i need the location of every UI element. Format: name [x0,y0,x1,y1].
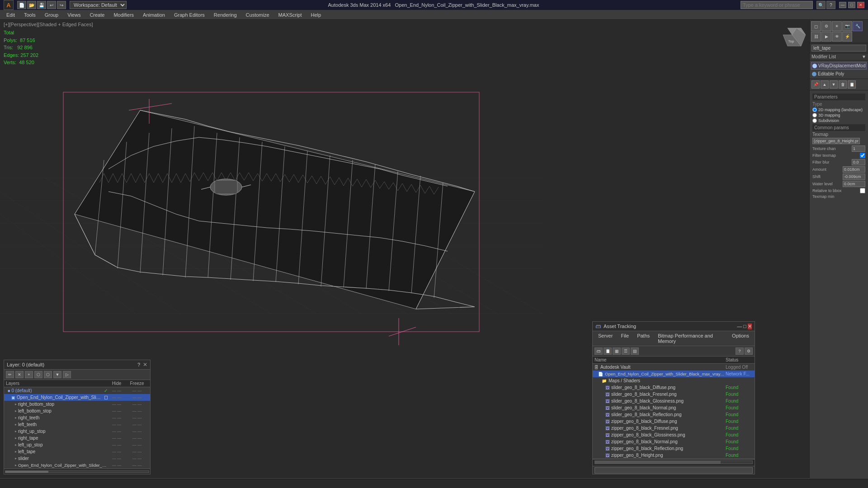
create-shape-btn[interactable]: ⚙ [821,21,831,31]
menu-graph-editors[interactable]: Graph Editors [170,11,209,19]
texmap-input[interactable]: (zipper_geo_8_Height.png) [812,138,860,144]
amount-input[interactable]: 0.018cm [843,166,865,173]
menu-views[interactable]: Views [63,11,85,19]
layer-link-btn[interactable]: ⬡ [34,371,42,378]
menu-maxscript[interactable]: MAXScript [274,11,307,19]
object-name-input[interactable]: left_tape [811,45,866,52]
asset-row[interactable]: 🖼 zipper_geo_8_black_Normal.png Found [593,438,755,445]
create-camera-btn[interactable]: 📷 [842,21,852,31]
menu-customize[interactable]: Customize [241,11,274,19]
asset-min-btn[interactable]: — [737,324,742,329]
undo-btn[interactable]: ↩ [47,1,56,9]
menu-group[interactable]: Group [40,11,63,19]
layers-scrollbar[interactable] [4,469,150,474]
menu-tools[interactable]: Tools [19,11,40,19]
modifier-item-editable-poly[interactable]: Editable Poly [811,70,867,77]
asset-btn-2[interactable]: 📋 [604,347,612,355]
asset-row[interactable]: 📄 Open_End_Nylon_Coil_Zipper_with_Slider… [593,371,755,377]
mod-down-btn[interactable]: ▼ [830,80,838,89]
viewport[interactable]: [+][Perspective][Shaded + Edged Faces] T… [0,20,809,478]
type-3d-row[interactable]: 3D mapping [812,113,865,117]
layer-row[interactable]: ■ 0 (default) ✓ — — — — [4,387,150,394]
asset-row[interactable]: 🖼 zipper_geo_8_black_Glossiness.png Foun… [593,432,755,438]
create-geometry-btn[interactable]: ◻ [811,21,821,31]
layer-row[interactable]: ▸left_tape — — — — [4,448,150,455]
menu-rendering[interactable]: Rendering [209,11,241,19]
create-light-btn[interactable]: ☀ [832,21,842,31]
layer-row[interactable]: ▸slider — — — — [4,455,150,462]
asset-btn-4[interactable]: ☰ [622,347,630,355]
asset-row[interactable]: 🖼 slider_geo_8_black_Fresnel.png Found [593,391,755,398]
workspace-dropdown[interactable]: Workspace: Default [70,1,127,9]
asset-settings-btn[interactable]: ⚙ [745,347,753,355]
save-btn[interactable]: 💾 [37,1,46,9]
hierarchy-btn[interactable]: ⛓ [811,32,821,42]
filter-texmap-checkbox[interactable] [860,153,865,158]
search-input[interactable] [741,1,813,9]
asset-scrollbar[interactable] [593,459,755,466]
layer-edit-btn[interactable]: ✏ [6,371,14,378]
asset-row[interactable]: 🖼 zipper_geo_8_black_Reflection.png Foun… [593,445,755,452]
layers-help-btn[interactable]: ? [137,362,140,367]
mod-delete-btn[interactable]: 🗑 [839,80,847,89]
modify-btn[interactable]: 🔧 [853,21,863,31]
modifier-list-arrow[interactable]: ▼ [862,54,866,59]
asset-max-btn[interactable]: □ [743,324,746,329]
type-2d-radio[interactable] [812,108,817,112]
layer-unlink-btn[interactable]: ⬡ [44,371,52,378]
asset-row[interactable]: 📁 Maps / Shaders [593,377,755,384]
layer-obj-btn[interactable]: ▷ [63,371,71,378]
asset-menu-file[interactable]: File [617,332,632,345]
type-subdiv-radio[interactable] [812,118,817,123]
asset-btn-5[interactable]: ▤ [631,347,639,355]
redo-btn[interactable]: ↪ [57,1,66,9]
menu-help[interactable]: Help [307,11,326,19]
mod-pin-btn[interactable]: 📌 [811,80,820,89]
layer-add-btn[interactable]: + [25,371,33,378]
close-btn[interactable]: ✕ [857,2,864,8]
open-btn[interactable]: 📂 [27,1,36,9]
maximize-btn[interactable]: □ [848,2,855,8]
texture-chan-input[interactable]: 1 [852,145,865,152]
shift-input[interactable]: -0.009cm [843,174,865,180]
modifier-item-vray[interactable]: VRayDisplacementMod [811,62,867,70]
menu-modifiers[interactable]: Modifiers [109,11,138,19]
mod-copy-btn[interactable]: 📋 [848,80,856,89]
asset-row[interactable]: 🖼 slider_geo_8_black_Normal.png Found [593,404,755,411]
asset-row[interactable]: 🖼 slider_geo_8_black_Reflection.png Foun… [593,411,755,418]
asset-path-input[interactable] [594,467,753,474]
asset-row[interactable]: 🗄 Autodesk Vault Logged Off [593,364,755,371]
viewport-cube[interactable]: Top [778,23,806,51]
asset-menu-bitmap[interactable]: Bitmap Performance and Memory [654,332,727,345]
minimize-btn[interactable]: — [839,2,846,8]
type-3d-radio[interactable] [812,113,817,117]
menu-edit[interactable]: Edit [2,11,19,19]
new-btn[interactable]: 📄 [17,1,26,9]
layer-delete-btn[interactable]: ✕ [15,371,24,378]
asset-row[interactable]: 🖼 slider_geo_8_black_Diffuse.png Found [593,384,755,391]
asset-row[interactable]: 🖼 zipper_geo_8_Height.png Found [593,452,755,459]
layer-row[interactable]: ▸left_teeth — — — — [4,421,150,428]
layers-close-btn[interactable]: ✕ [143,361,147,368]
asset-menu-options[interactable]: Options [728,332,753,345]
filter-blur-input[interactable]: 0.0 [852,159,865,165]
layer-row[interactable]: ▸left_bottom_stop — — — — [4,408,150,414]
menu-animation[interactable]: Animation [138,11,170,19]
layer-row[interactable]: ▸right_tape — — — — [4,435,150,441]
asset-menu-server[interactable]: Server [594,332,616,345]
app-logo[interactable]: A [4,0,14,10]
water-level-input[interactable]: 0.0cm [843,181,865,187]
type-2d-row[interactable]: 2D mapping (landscape) [812,108,865,112]
asset-help-btn[interactable]: ? [736,347,744,355]
relative-bbox-checkbox[interactable] [860,188,865,193]
utility-btn[interactable]: ⚡ [842,32,852,42]
search-btn[interactable]: 🔍 [816,1,826,9]
layer-row[interactable]: ▸right_bottom_stop — — — — [4,401,150,408]
asset-btn-3[interactable]: ▦ [613,347,621,355]
asset-row[interactable]: 🖼 zipper_geo_8_black_Fresnel.png Found [593,425,755,432]
layer-row[interactable]: ▸right_up_stop — — — — [4,428,150,435]
asset-row[interactable]: 🖼 slider_geo_8_black_Glossiness.png Foun… [593,398,755,404]
layer-row[interactable]: ▸right_teeth — — — — [4,414,150,421]
layer-select-btn[interactable]: ▼ [53,371,61,378]
layer-row[interactable]: ▣ Open_End_Nylon_Coil_Zipper_with_Slider… [4,394,150,401]
